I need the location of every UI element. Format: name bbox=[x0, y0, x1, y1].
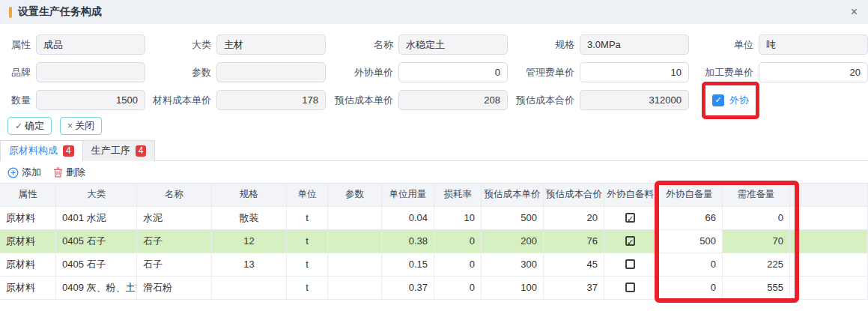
attribute-input[interactable]: 成品 bbox=[36, 34, 145, 55]
quantity-input[interactable]: 1500 bbox=[36, 90, 145, 110]
self-supply-checkbox-cell[interactable] bbox=[604, 277, 657, 299]
spec-input[interactable]: 3.0MPa bbox=[580, 34, 689, 55]
table-cell[interactable]: 70 bbox=[723, 230, 790, 253]
table-cell[interactable] bbox=[328, 277, 382, 299]
table-cell[interactable]: 0 bbox=[657, 253, 723, 276]
form-field-estimated-cost-price: 预估成本单价208 bbox=[326, 89, 508, 111]
category-label: 大类 bbox=[192, 38, 211, 52]
close-button[interactable]: × 关闭 bbox=[60, 117, 102, 135]
table-cell[interactable]: t bbox=[287, 253, 328, 276]
materials-table: 属性大类名称规格单位参数单位用量损耗率预估成本单价预估成本合价外协自备料外协自备… bbox=[0, 183, 868, 300]
table-cell[interactable]: 0.38 bbox=[382, 230, 434, 253]
material-cost-price-input[interactable]: 178 bbox=[216, 90, 326, 110]
column-header: 预估成本合价 bbox=[544, 184, 604, 206]
table-cell[interactable]: 500 bbox=[482, 207, 544, 229]
table-cell[interactable]: 12 bbox=[212, 230, 287, 253]
table-cell[interactable]: 100 bbox=[482, 277, 544, 299]
table-cell[interactable]: 20 bbox=[544, 207, 604, 229]
column-header: 大类 bbox=[56, 184, 137, 206]
row-checkbox[interactable] bbox=[625, 259, 635, 269]
table-cell[interactable]: 225 bbox=[723, 253, 790, 276]
table-row[interactable]: 原材料0409 灰、粉、土等滑石粉t0.370100370555 bbox=[0, 277, 868, 300]
column-header: 名称 bbox=[137, 184, 212, 206]
table-cell[interactable]: 0405 石子 bbox=[56, 230, 137, 253]
table-cell[interactable]: 原材料 bbox=[0, 277, 56, 299]
table-cell[interactable]: 0.37 bbox=[382, 277, 434, 299]
table-cell[interactable]: 76 bbox=[544, 230, 604, 253]
table-cell[interactable]: 37 bbox=[544, 277, 604, 299]
table-cell[interactable]: 0405 石子 bbox=[56, 253, 137, 276]
outsource-price-input[interactable]: 0 bbox=[398, 62, 508, 82]
table-cell[interactable]: 10 bbox=[434, 207, 482, 229]
row-checkbox[interactable]: ✓ bbox=[625, 236, 635, 246]
table-cell[interactable]: 原材料 bbox=[0, 253, 56, 276]
table-cell[interactable] bbox=[328, 253, 382, 276]
check-icon: ✓ bbox=[15, 121, 22, 131]
add-button[interactable]: 添加 bbox=[7, 166, 41, 179]
brand-input[interactable] bbox=[36, 62, 145, 82]
table-cell[interactable]: 石子 bbox=[137, 230, 212, 253]
parameter-input[interactable] bbox=[216, 62, 326, 82]
close-icon[interactable]: × bbox=[851, 6, 858, 18]
table-cell[interactable]: 0 bbox=[434, 277, 482, 299]
table-cell[interactable]: 原材料 bbox=[0, 230, 56, 253]
table-cell[interactable]: 0401 水泥 bbox=[56, 207, 137, 229]
tab-raw-material-composition[interactable]: 原材料构成 4 bbox=[0, 140, 83, 161]
estimated-cost-total-input[interactable]: 312000 bbox=[580, 90, 689, 110]
self-supply-checkbox-cell[interactable]: ✓ bbox=[604, 207, 657, 229]
table-cell[interactable]: 0 bbox=[657, 277, 723, 299]
estimated-cost-price-input[interactable]: 208 bbox=[398, 90, 508, 110]
self-supply-checkbox-cell[interactable] bbox=[604, 253, 657, 276]
table-cell[interactable]: 45 bbox=[544, 253, 604, 276]
quantity-label: 数量 bbox=[11, 94, 31, 107]
table-cell[interactable]: 200 bbox=[482, 230, 544, 253]
table-cell[interactable]: 500 bbox=[657, 230, 723, 253]
delete-button[interactable]: 删除 bbox=[53, 166, 85, 179]
table-cell[interactable]: 0409 灰、粉、土等 bbox=[56, 277, 137, 299]
table-row[interactable]: 原材料0405 石子石子13t0.150300450225 bbox=[0, 253, 868, 277]
table-cell[interactable] bbox=[328, 230, 382, 253]
table-cell[interactable]: 0 bbox=[723, 207, 790, 229]
tab-production-process[interactable]: 生产工序 4 bbox=[83, 140, 156, 161]
table-cell[interactable]: 石子 bbox=[137, 253, 212, 276]
confirm-button[interactable]: ✓ 确定 bbox=[7, 117, 52, 135]
unit-input[interactable]: 吨 bbox=[759, 34, 868, 55]
row-checkbox[interactable] bbox=[625, 283, 635, 292]
category-input[interactable]: 主材 bbox=[216, 34, 326, 55]
outsource-checkbox[interactable]: ✓ bbox=[712, 94, 724, 106]
processing-fee-price-label: 加工费单价 bbox=[705, 66, 753, 79]
table-cell[interactable]: 13 bbox=[212, 253, 287, 276]
table-cell[interactable]: t bbox=[287, 207, 328, 229]
table-cell[interactable]: 散装 bbox=[212, 207, 287, 229]
form-field-outsource: ✓外协 bbox=[689, 89, 868, 111]
processing-fee-price-input[interactable]: 20 bbox=[759, 62, 868, 82]
table-cell-filler bbox=[790, 207, 868, 229]
table-cell[interactable] bbox=[328, 207, 382, 229]
table-cell[interactable]: 300 bbox=[482, 253, 544, 276]
form-field-processing-fee-price: 加工费单价20 bbox=[689, 61, 868, 83]
management-fee-price-input[interactable]: 10 bbox=[580, 62, 689, 82]
self-supply-checkbox-cell[interactable]: ✓ bbox=[604, 230, 657, 253]
table-cell[interactable]: 0 bbox=[434, 230, 482, 253]
outsource-price-label: 外协单价 bbox=[354, 66, 393, 79]
table-cell[interactable]: 0.04 bbox=[382, 207, 434, 229]
form-field-material-cost-price: 材料成本单价178 bbox=[145, 89, 326, 111]
add-button-label: 添加 bbox=[22, 166, 41, 179]
table-cell[interactable]: t bbox=[287, 277, 328, 299]
table-cell[interactable]: 0.15 bbox=[382, 253, 434, 276]
table-cell[interactable] bbox=[212, 277, 287, 299]
management-fee-price-label: 管理费单价 bbox=[526, 66, 574, 79]
table-cell[interactable]: 66 bbox=[657, 207, 723, 229]
table-cell[interactable]: 滑石粉 bbox=[137, 277, 212, 299]
table-cell[interactable]: 原材料 bbox=[0, 207, 56, 229]
table-cell[interactable]: 水泥 bbox=[137, 207, 212, 229]
form-field-unit: 单位吨 bbox=[689, 34, 868, 55]
table-cell[interactable]: t bbox=[287, 230, 328, 253]
form-field-management-fee-price: 管理费单价10 bbox=[508, 61, 689, 83]
table-row[interactable]: 原材料0405 石子石子12t0.38020076✓50070 bbox=[0, 230, 868, 253]
table-row[interactable]: 原材料0401 水泥水泥散装t0.041050020✓660 bbox=[0, 207, 868, 230]
table-cell[interactable]: 0 bbox=[434, 253, 482, 276]
row-checkbox[interactable]: ✓ bbox=[625, 213, 635, 223]
table-cell[interactable]: 555 bbox=[723, 277, 790, 299]
name-input[interactable]: 水稳定土 bbox=[398, 34, 508, 55]
